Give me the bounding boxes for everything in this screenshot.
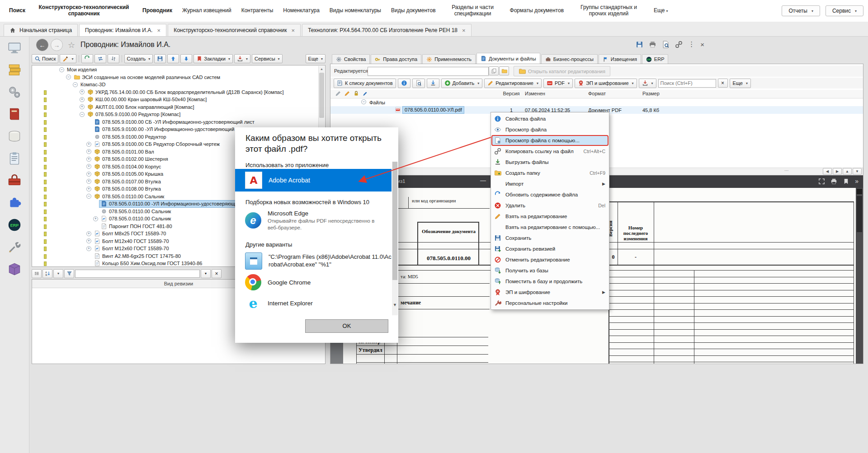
expand-icon[interactable]: +: [86, 157, 91, 162]
tree-item[interactable]: +078.505.9.0100.00 СБ -УЛ Информационно-…: [32, 118, 319, 126]
save-button[interactable]: [154, 54, 166, 63]
sidebar-item-components-box[interactable]: [6, 261, 23, 278]
preview-scrollbar[interactable]: [856, 188, 863, 364]
menu-item[interactable]: Виды номенклатуры: [325, 7, 386, 15]
menu-item[interactable]: Разделы и части спецификации: [441, 4, 505, 18]
export-button[interactable]: ▾: [234, 54, 250, 63]
app-option-adobe-acrobat[interactable]: A Adobe Acrobat: [235, 169, 392, 191]
print-icon[interactable]: [649, 41, 656, 48]
context-menu-item[interactable]: Просмотр файла с помощью...: [491, 135, 609, 146]
more-tools-icon[interactable]: »: [855, 177, 859, 185]
sidebar-item-catalog-books[interactable]: [6, 61, 23, 79]
expand-icon[interactable]: +: [86, 179, 91, 184]
document-tab[interactable]: Начальная страница: [4, 24, 78, 36]
menu-item[interactable]: Контрагенты: [237, 7, 278, 15]
scroll-left-icon[interactable]: ◀: [823, 168, 832, 175]
bookmark-icon[interactable]: [843, 178, 849, 185]
refresh-button[interactable]: [81, 54, 93, 63]
preview-scrollbar-thumb[interactable]: [857, 196, 862, 232]
collapse-icon[interactable]: −: [66, 75, 71, 79]
menu-item[interactable]: Поиск: [5, 7, 30, 15]
services-button[interactable]: Сервисы▾: [252, 54, 283, 63]
menubar-button[interactable]: Отчеты▾: [782, 5, 820, 16]
context-menu-item[interactable]: Поместить в базу и продолжить: [491, 276, 609, 287]
more-vertical-icon[interactable]: ⋮: [688, 40, 695, 48]
sign-encrypt-button[interactable]: ЭП и шифрование▾: [575, 79, 637, 88]
sort-button[interactable]: АЯ: [42, 269, 52, 278]
menu-item[interactable]: Форматы документов: [505, 7, 568, 15]
menu-item[interactable]: Конструкторско-технологический справочни…: [31, 4, 137, 18]
document-tab[interactable]: Технология: РХ4.564.700.00 СБ Изготовлен…: [302, 24, 471, 36]
collapse-icon[interactable]: −: [86, 194, 91, 199]
sidebar-item-process-gears[interactable]: [6, 84, 23, 101]
expand-icon[interactable]: +: [86, 149, 91, 154]
sidebar-item-plugins-puzzle[interactable]: [6, 194, 23, 211]
menubar-button[interactable]: Сервис▾: [826, 5, 863, 16]
file-preview-button[interactable]: [412, 79, 425, 88]
ok-button[interactable]: OK: [305, 319, 388, 333]
sidebar-item-toolbox[interactable]: [6, 172, 23, 189]
app-option-microsoft-edge[interactable]: e Microsoft Edge Открывайте файлы PDF не…: [235, 207, 392, 234]
column-header[interactable]: Размер: [642, 91, 683, 96]
sort-options-button[interactable]: ▾: [53, 269, 63, 278]
close-tab-icon[interactable]: ×: [292, 27, 295, 34]
highlight-button[interactable]: ▾: [60, 54, 76, 63]
clear-search-icon[interactable]: ×: [718, 79, 728, 88]
collapse-icon[interactable]: −: [73, 82, 78, 87]
minimize-icon[interactable]: —: [480, 177, 486, 184]
column-header[interactable]: Версия: [500, 91, 523, 96]
files-group-row[interactable]: − Файлы: [330, 98, 863, 106]
sidebar-item-service-tools[interactable]: [6, 238, 23, 256]
scroll-up-icon[interactable]: ▲: [319, 66, 325, 72]
open-editing-folder-button[interactable]: Открыть каталог редактирования: [514, 66, 610, 76]
search-button[interactable]: Поиск: [32, 54, 58, 63]
files-search-input[interactable]: [658, 79, 716, 88]
bookmarks-button[interactable]: Закладки▾: [193, 54, 233, 63]
create-button[interactable]: Создать▾: [124, 54, 153, 63]
upload-folder-button[interactable]: [499, 66, 509, 75]
context-menu-item[interactable]: Копировать ссылку на файлCtrl+Alt+C: [491, 146, 609, 157]
tab-бизнес-процессы[interactable]: Бизнес-процессы: [541, 54, 598, 64]
tree-item[interactable]: −ЭСИ созданные на основе моделей различн…: [32, 74, 319, 81]
app-option-acrobat-path[interactable]: "C:\Program Files (x86)\Adobe\Acrobat 11…: [235, 250, 392, 272]
menu-item[interactable]: Проводник: [138, 7, 177, 15]
clear-filter-icon[interactable]: ×: [212, 269, 222, 278]
expand-icon[interactable]: +: [86, 142, 91, 147]
tree-item[interactable]: −078.505.9.0100.00 Редуктор [Компас]: [32, 111, 319, 118]
file-name[interactable]: 078.505.0.0110.00-УЛ.pdf: [403, 107, 464, 113]
save-icon[interactable]: [636, 41, 643, 48]
sidebar-item-tasks-clipboard[interactable]: [6, 150, 23, 167]
download-file-button[interactable]: [427, 79, 439, 88]
document-tab[interactable]: Конструкторско-технологический справочни…: [168, 24, 301, 36]
dialog-scrollbar[interactable]: [392, 162, 398, 315]
add-button[interactable]: Добавить▾: [441, 79, 483, 88]
move-up-button[interactable]: [167, 54, 179, 63]
close-tab-icon[interactable]: ×: [462, 27, 466, 34]
menu-item[interactable]: Журнал извещений: [178, 7, 236, 15]
expand-icon[interactable]: +: [86, 231, 91, 236]
expand-icon[interactable]: +: [86, 238, 91, 243]
context-menu-item[interactable]: Просмотр файла: [491, 124, 609, 135]
tab-erp[interactable]: ERPERP: [642, 54, 669, 64]
context-menu-item[interactable]: Сохранить ревизией: [491, 243, 609, 254]
context-menu-item[interactable]: Сохранить: [491, 233, 609, 243]
dialog-scroll-down-icon[interactable]: ▼: [392, 302, 398, 308]
expand-icon[interactable]: +: [86, 246, 91, 251]
pdf-button[interactable]: PDFPDF▾: [543, 79, 573, 88]
expand-icon[interactable]: +: [86, 164, 91, 169]
to-document-list-button[interactable]: К списку документов: [334, 79, 396, 88]
context-menu-item[interactable]: Свойства файла: [491, 113, 609, 124]
tab-применяемость[interactable]: Применяемость: [422, 54, 476, 64]
tree-item[interactable]: +КШ.00.00.000 Кран шаровый КШ-50х40 [Ком…: [32, 96, 319, 103]
close-tab-icon[interactable]: ×: [157, 27, 161, 34]
context-menu-item[interactable]: УдалитьDel: [491, 200, 609, 211]
splitter-handle[interactable]: ⋯: [784, 168, 789, 173]
tree-item[interactable]: +АКЛТ.01.000 Блок направляющий [Компас]: [32, 103, 319, 111]
menu-item[interactable]: Еще▾: [649, 7, 672, 15]
preview-icon[interactable]: [662, 41, 670, 48]
context-menu-item[interactable]: Создать папкуCtrl+F9: [491, 168, 609, 178]
tree-item[interactable]: −Мои изделия: [32, 66, 319, 74]
scroll-right-icon[interactable]: ▶: [833, 168, 842, 175]
copy-path-button[interactable]: [489, 66, 499, 75]
dialog-scrollbar-thumb[interactable]: [392, 162, 397, 280]
